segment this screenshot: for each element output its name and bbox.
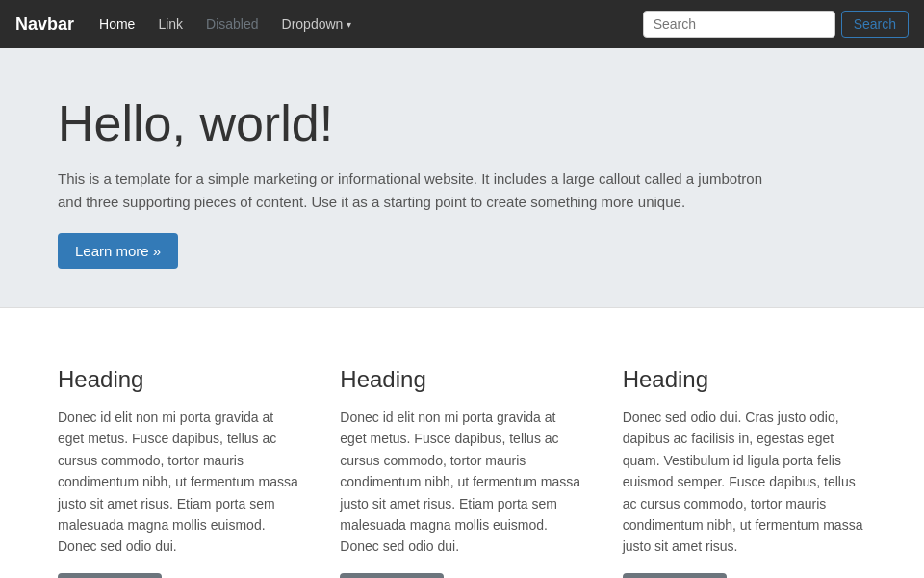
view-details-button-1[interactable]: View details » <box>58 573 162 578</box>
search-button[interactable]: Search <box>841 11 909 38</box>
jumbotron-title: Hello, world! <box>58 94 866 152</box>
column-3-heading: Heading <box>623 366 866 393</box>
column-2-heading: Heading <box>340 366 583 393</box>
navbar-search: Search <box>643 11 909 38</box>
view-details-button-3[interactable]: View details » <box>623 573 727 578</box>
learn-more-button[interactable]: Learn more » <box>58 233 178 269</box>
search-input[interactable] <box>643 11 835 38</box>
nav-dropdown-label: Dropdown <box>282 16 344 32</box>
nav-link-home[interactable]: Home <box>90 9 144 39</box>
section-spacer <box>0 308 924 328</box>
column-2: Heading Donec id elit non mi porta gravi… <box>340 366 583 578</box>
nav-link-disabled: Disabled <box>196 9 268 39</box>
nav-links: Home Link Disabled Dropdown ▾ <box>90 9 643 39</box>
view-details-button-2[interactable]: View details » <box>340 573 444 578</box>
column-2-body: Donec id elit non mi porta gravida at eg… <box>340 407 583 558</box>
column-1: Heading Donec id elit non mi porta gravi… <box>58 366 301 578</box>
jumbotron: Hello, world! This is a template for a s… <box>0 48 924 308</box>
columns: Heading Donec id elit non mi porta gravi… <box>58 366 866 578</box>
column-1-body: Donec id elit non mi porta gravida at eg… <box>58 407 301 558</box>
nav-link-link[interactable]: Link <box>148 9 192 39</box>
column-3: Heading Donec sed odio dui. Cras justo o… <box>623 366 866 578</box>
nav-dropdown[interactable]: Dropdown ▾ <box>272 9 362 39</box>
jumbotron-description: This is a template for a simple marketin… <box>58 168 789 214</box>
content-section: Heading Donec id elit non mi porta gravi… <box>0 328 924 578</box>
column-1-heading: Heading <box>58 366 301 393</box>
dropdown-caret-icon: ▾ <box>346 19 351 30</box>
navbar-brand[interactable]: Navbar <box>15 14 74 35</box>
navbar: Navbar Home Link Disabled Dropdown ▾ Sea… <box>0 0 924 48</box>
column-3-body: Donec sed odio dui. Cras justo odio, dap… <box>623 407 866 558</box>
